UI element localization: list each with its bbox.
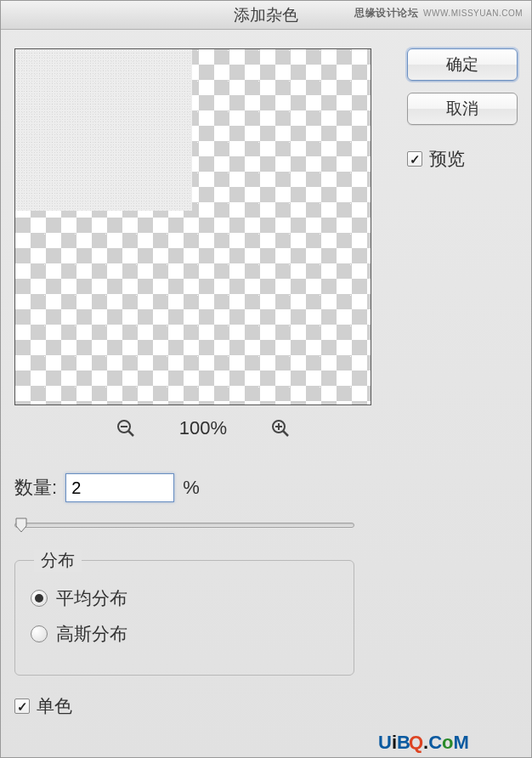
amount-label: 数量: — [14, 475, 57, 501]
distribution-legend: 分布 — [34, 549, 82, 572]
slider-track — [14, 523, 354, 528]
amount-unit: % — [183, 477, 200, 499]
add-noise-dialog: 添加杂色 思缘设计论坛WWW.MISSYUAN.COM 100% — [0, 0, 532, 758]
monochrome-label: 单色 — [37, 694, 72, 718]
watermark-logo-icon: UiBQ.CoM — [378, 730, 524, 755]
amount-input[interactable] — [65, 473, 174, 502]
zoom-out-icon — [116, 418, 136, 438]
amount-slider[interactable] — [14, 516, 354, 536]
preview-checkbox — [407, 151, 422, 167]
watermark-top: 思缘设计论坛WWW.MISSYUAN.COM — [354, 6, 523, 20]
ok-button[interactable]: 确定 — [407, 48, 518, 81]
slider-thumb[interactable] — [14, 518, 28, 533]
distribution-fieldset: 分布 平均分布 高斯分布 — [14, 560, 354, 676]
cancel-button[interactable]: 取消 — [407, 93, 518, 125]
radio-uniform-label: 平均分布 — [56, 586, 127, 610]
radio-gaussian[interactable]: 高斯分布 — [31, 622, 338, 646]
radio-uniform[interactable]: 平均分布 — [31, 586, 338, 610]
zoom-level-text: 100% — [179, 417, 227, 439]
preview-canvas[interactable] — [14, 48, 371, 405]
amount-row: 数量: % — [14, 473, 392, 502]
zoom-out-button[interactable] — [115, 417, 137, 439]
zoom-controls: 100% — [14, 417, 392, 439]
zoom-in-button[interactable] — [269, 417, 291, 439]
svg-line-1 — [128, 431, 133, 436]
svg-line-4 — [283, 431, 288, 436]
right-column: 确定 取消 预览 — [407, 48, 518, 718]
dialog-content: 100% 数量: % — [1, 30, 531, 727]
zoom-in-icon — [270, 418, 291, 438]
radio-gaussian-label: 高斯分布 — [56, 622, 127, 646]
monochrome-checkbox-row[interactable]: 单色 — [14, 694, 392, 718]
noise-preview-region — [15, 49, 192, 211]
svg-text:UiBQ.CoM: UiBQ.CoM — [378, 732, 469, 753]
preview-checkbox-label: 预览 — [429, 147, 465, 171]
radio-uniform-indicator — [31, 590, 48, 607]
watermark-bottom: UiBQ.CoM — [378, 730, 524, 755]
radio-gaussian-indicator — [31, 625, 48, 642]
preview-checkbox-row[interactable]: 预览 — [407, 147, 518, 171]
monochrome-checkbox — [14, 699, 30, 714]
left-column: 100% 数量: % — [14, 48, 392, 718]
dialog-title: 添加杂色 — [234, 4, 298, 26]
